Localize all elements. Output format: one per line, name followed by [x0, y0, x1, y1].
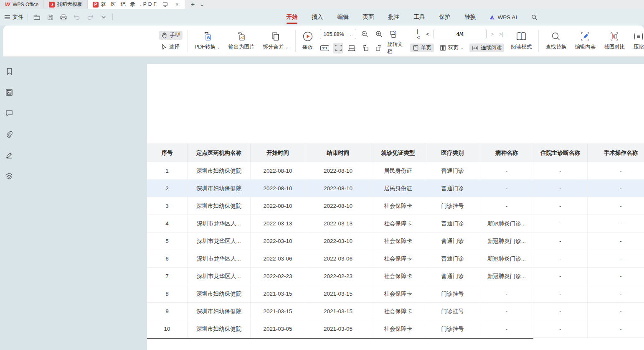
rotate-left-button[interactable] [360, 43, 370, 54]
redo-icon[interactable] [86, 13, 95, 22]
screenshot-compare-icon [609, 31, 619, 41]
split-merge-button[interactable]: 拆分合并 ⌄ [261, 31, 290, 51]
table-cell: 2022-03-10 [305, 232, 371, 250]
table-row: 2深圳市妇幼保健院2022-08-102022-08-10居民身份证普通门诊--… [147, 180, 644, 197]
close-icon[interactable]: × [172, 1, 182, 8]
select-tool-button[interactable]: 选择 [159, 43, 183, 51]
next-page-button[interactable]: > [490, 31, 495, 37]
menu-item-tools[interactable]: 工具 [413, 9, 426, 25]
page-indicator[interactable]: 4/4 [434, 29, 487, 39]
screenshot-compare-button[interactable]: 截图对比 [602, 31, 626, 51]
tab-label: WPS Office [13, 2, 38, 8]
table-cell: 新冠肺炎门诊... [480, 250, 533, 268]
compress-icon [633, 31, 644, 41]
find-replace-button[interactable]: 查找替换 [544, 31, 568, 51]
table-header-cell: 病种名称 [480, 143, 533, 162]
table-cell: 2022-03-13 [251, 215, 305, 232]
table-cell: - [588, 250, 644, 268]
table-cell: 2021-03-15 [251, 285, 305, 303]
print-icon[interactable] [59, 13, 68, 22]
signature-icon[interactable] [4, 150, 15, 161]
last-page-button[interactable]: >| [498, 31, 504, 37]
first-page-button[interactable]: |< [416, 28, 422, 41]
layers-icon[interactable] [4, 171, 15, 181]
table-cell: 2021-03-05 [251, 320, 305, 338]
tab-list-chevron-icon[interactable]: ⌄ [198, 0, 207, 9]
divider [112, 14, 113, 20]
table-cell: 6 [147, 250, 188, 268]
zoom-out-button[interactable] [360, 29, 370, 40]
divider [538, 30, 539, 52]
prev-page-button[interactable]: < [426, 31, 431, 37]
pdf-convert-button[interactable]: W PDF转换 ⌄ [193, 31, 222, 51]
compress-button[interactable]: 压缩 [631, 31, 644, 51]
replace-pages-icon[interactable] [388, 29, 398, 40]
table-cell: - [588, 268, 644, 285]
edit-content-icon [580, 31, 590, 41]
table-row: 4深圳市龙华区人...2022-03-132022-03-13社会保障卡普通门诊… [147, 215, 644, 232]
rotate-doc-label[interactable]: 旋转文档 [387, 41, 407, 55]
undo-icon[interactable] [72, 13, 81, 22]
fit-width-button[interactable] [347, 43, 357, 54]
wps-ai-button[interactable]: WPS AI [489, 14, 517, 20]
monitor-icon[interactable] [161, 2, 170, 7]
single-page-button[interactable]: 单页 [410, 43, 434, 52]
table-cell: - [588, 232, 644, 250]
ribbon-toolbar: 手型 选择 W PDF转换 ⌄ 输出为图片 拆分合并 ⌄ 播放 [3, 26, 644, 57]
table-cell: 普通门诊 [425, 162, 480, 180]
zoom-in-button[interactable] [374, 29, 385, 40]
table-cell: 门诊挂号 [425, 197, 480, 215]
zoom-level-select[interactable]: 105.88% ⌄ [320, 29, 356, 39]
menu-item-edit[interactable]: 编辑 [336, 9, 349, 25]
menu-item-insert[interactable]: 插入 [311, 9, 324, 25]
table-cell: - [588, 180, 644, 197]
save-icon[interactable] [46, 13, 55, 22]
tab-document-active[interactable]: P 就 医 记 录 .PDF × [88, 0, 185, 9]
table-cell: 社会保障卡 [371, 232, 425, 250]
edit-content-button[interactable]: 编辑内容 [573, 31, 597, 51]
hand-tool-button[interactable]: 手型 [159, 31, 183, 40]
chevron-down-icon[interactable] [99, 13, 108, 22]
tab-wps-office[interactable]: W WPS Office [0, 0, 44, 9]
rotate-right-button[interactable] [374, 43, 384, 54]
fit-page-button[interactable] [333, 43, 343, 54]
double-page-button[interactable]: 双页 ⌄ [437, 43, 467, 52]
tab-docer-templates[interactable]: 找稻壳模板 [44, 0, 88, 9]
menu-item-comment[interactable]: 批注 [387, 9, 400, 25]
menu-item-page[interactable]: 页面 [362, 9, 375, 25]
table-header-cell: 就诊凭证类型 [371, 143, 425, 162]
table-cell: 2022-08-10 [251, 162, 305, 180]
pdf-convert-icon: W [203, 31, 213, 41]
table-row: 7深圳市龙华区人...2022-02-232022-02-23社会保障卡普通门诊… [147, 268, 644, 285]
continuous-reading-button[interactable]: 连续阅读 [469, 43, 504, 52]
table-cell: - [588, 320, 644, 338]
table-cell: 3 [147, 197, 188, 215]
menu-item-home[interactable]: 开始 [285, 9, 298, 25]
table-cell: 普通门诊 [425, 250, 480, 268]
menu-item-convert[interactable]: 转换 [464, 9, 477, 25]
new-tab-button[interactable]: + [188, 0, 198, 9]
table-row: 5深圳市龙华区人...2022-03-102022-03-10社会保障卡普通门诊… [147, 232, 644, 250]
menu-item-protect[interactable]: 保护 [438, 9, 451, 25]
pdf-icon: P [93, 2, 99, 8]
table-cell: 2022-08-10 [305, 180, 371, 197]
wps-ai-icon [489, 15, 495, 20]
export-image-button[interactable]: 输出为图片 [227, 31, 256, 51]
table-bottom-border [147, 338, 533, 339]
table-row: 8深圳市妇幼保健院2021-03-152021-03-15社会保障卡门诊挂号--… [147, 285, 644, 303]
comment-icon[interactable] [4, 108, 15, 119]
table-cell: 深圳市妇幼保健院 [188, 320, 251, 338]
bookmark-icon[interactable] [4, 66, 15, 77]
read-mode-button[interactable]: 阅读模式 [509, 31, 533, 51]
attachment-icon[interactable] [4, 129, 15, 140]
actual-size-button[interactable]: 1:1 [320, 43, 330, 54]
file-menu-button[interactable]: 文件 [4, 13, 23, 21]
divider [188, 30, 188, 52]
open-folder-icon[interactable] [32, 13, 41, 22]
search-icon[interactable] [530, 13, 539, 22]
thumbnails-icon[interactable] [4, 87, 15, 98]
divider [295, 30, 296, 52]
play-button[interactable]: 播放 [301, 30, 315, 52]
table-cell: - [533, 320, 588, 338]
table-cell: - [533, 180, 588, 197]
